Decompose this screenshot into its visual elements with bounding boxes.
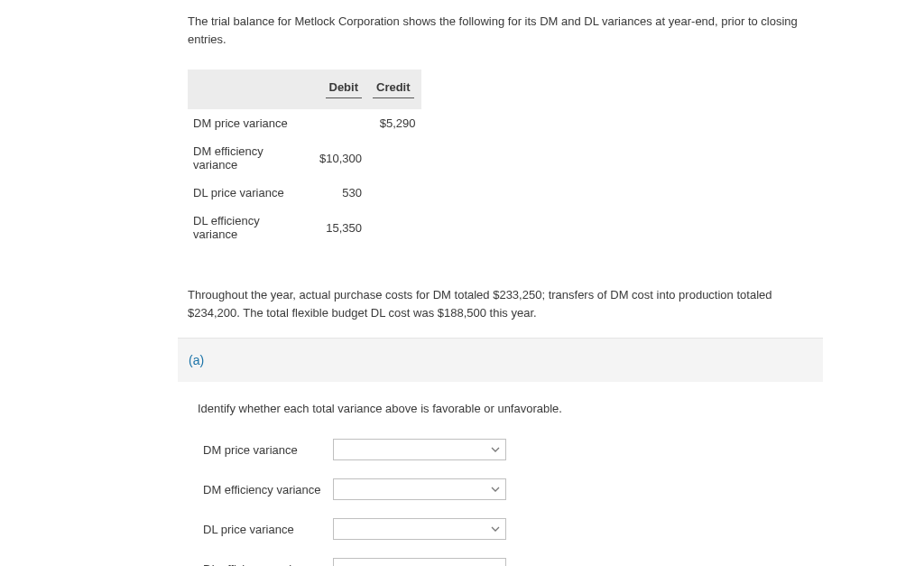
row-debit: 15,350	[314, 207, 367, 248]
variance-label: DL price variance	[198, 523, 333, 536]
row-credit	[367, 179, 421, 207]
row-debit	[314, 109, 367, 137]
table-row: DM price variance $5,290	[188, 109, 421, 137]
chevron-down-icon	[491, 524, 500, 534]
variance-label: DL efficiency variance	[198, 562, 333, 567]
dm-price-select[interactable]	[333, 439, 506, 460]
dm-efficiency-select[interactable]	[333, 478, 506, 500]
table-row: DM efficiency variance $10,300	[188, 137, 421, 179]
row-credit	[367, 137, 421, 179]
row-label: DL efficiency variance	[188, 207, 314, 248]
row-label: DL price variance	[188, 179, 314, 207]
chevron-down-icon	[491, 485, 500, 494]
dl-efficiency-select[interactable]	[333, 558, 506, 566]
row-debit: $10,300	[314, 137, 367, 179]
row-label: DM efficiency variance	[188, 137, 314, 179]
row-credit	[367, 207, 421, 248]
context-paragraph: Throughout the year, actual purchase cos…	[188, 286, 823, 338]
intro-text: The trial balance for Metlock Corporatio…	[178, 7, 823, 60]
variance-table: Debit Credit DM price variance $5,290 DM…	[188, 70, 421, 248]
col-debit: Debit	[314, 70, 367, 109]
variance-label: DM price variance	[198, 443, 333, 457]
section-instruction: Identify whether each total variance abo…	[198, 402, 812, 415]
dl-price-select[interactable]	[333, 518, 506, 540]
section-a-header: (a)	[178, 339, 823, 382]
table-row: DL price variance 530	[188, 179, 421, 207]
row-debit: 530	[314, 179, 367, 207]
col-credit: Credit	[367, 70, 421, 109]
row-label: DM price variance	[188, 109, 314, 137]
variance-label: DM efficiency variance	[198, 483, 333, 496]
chevron-down-icon	[491, 445, 500, 454]
row-credit: $5,290	[367, 109, 421, 137]
table-row: DL efficiency variance 15,350	[188, 207, 421, 248]
